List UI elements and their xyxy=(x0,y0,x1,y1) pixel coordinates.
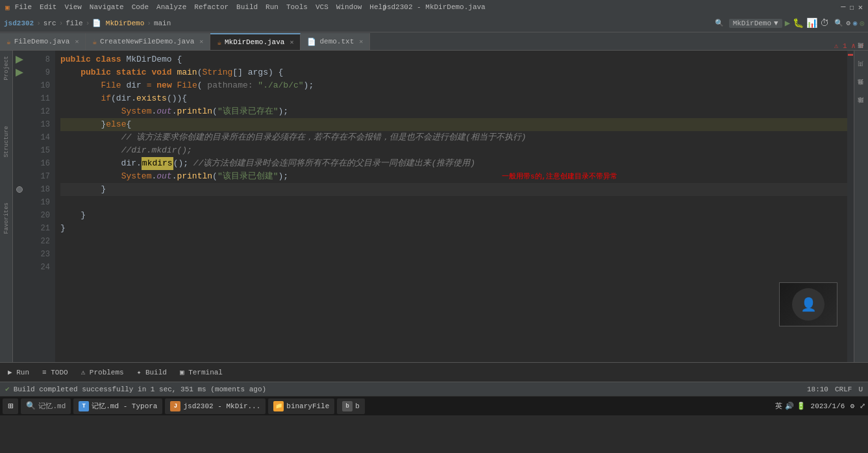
minimize-button[interactable]: — xyxy=(841,3,845,12)
linenum-10: 10 xyxy=(26,79,50,92)
linenum-12: 12 xyxy=(26,105,50,118)
menu-code[interactable]: Code xyxy=(132,3,149,11)
tab-mkdirdemo[interactable]: ☕ MkDirDemo.java ✕ xyxy=(210,33,301,50)
bottom-tab-run[interactable]: ▶ Run xyxy=(5,367,32,378)
tab-mkdirdemo-label: MkDirDemo.java xyxy=(225,38,284,46)
run-config-selector[interactable]: MkDirDemo ▼ xyxy=(729,19,782,28)
binaryfile-label: binaryFile xyxy=(286,402,329,410)
menu-edit[interactable]: Edit xyxy=(40,3,56,11)
bottom-panel: ▶ Run ≡ TODO ⚠ Problems ✦ Build ▣ Termin… xyxy=(0,362,868,382)
tab-filedemo[interactable]: ☕ FileDemo.java ✕ xyxy=(0,33,86,50)
code-line-10: File dir = new File( pathname: "./a/b/c"… xyxy=(60,79,854,92)
toolbar: jsd2302 › src › file › 📄 MkDirDemo › mai… xyxy=(0,14,868,32)
run-config-label: MkDirDemo xyxy=(733,19,771,27)
tab-demotxt-close[interactable]: ✕ xyxy=(359,38,363,45)
structure-panel-label[interactable]: Structure xyxy=(2,123,11,160)
menu-navigate[interactable]: Navigate xyxy=(90,3,124,11)
bottom-tab-todo[interactable]: ≡ TODO xyxy=(40,367,71,378)
menu-file[interactable]: File xyxy=(15,3,32,11)
b-icon: b xyxy=(342,401,353,411)
code-line-13: }else{ xyxy=(60,118,854,131)
line-numbers: 8 9 10 11 12 13 14 15 16 17 18 19 20 21 … xyxy=(26,51,55,362)
expand-icon[interactable]: ⤢ xyxy=(860,402,865,410)
window-controls[interactable]: — ☐ ✕ xyxy=(841,3,863,12)
toolbar-src[interactable]: src xyxy=(43,19,56,27)
gutter-13 xyxy=(13,118,26,131)
taskbar: ⊞ 🔍 记忆.md T 记忆.md - Typora J jsd2302 - M… xyxy=(0,396,868,415)
gutter-18 xyxy=(13,183,26,196)
tab-filedemo-label: FileDemo.java xyxy=(14,38,70,45)
maximize-button[interactable]: ☐ xyxy=(850,3,854,12)
toolbar-extra2-icon[interactable]: ◎ xyxy=(860,19,864,27)
toolbar-extra-icon[interactable]: ◉ xyxy=(853,19,858,27)
right-panel: 周钰琦 周 张旭升 陈乐玮 xyxy=(854,51,868,362)
toolbar-run-button[interactable]: ▶ xyxy=(785,18,790,29)
tab-filedemo-close[interactable]: ✕ xyxy=(75,38,79,45)
toolbar-file[interactable]: file xyxy=(66,19,82,27)
bottom-tab-terminal[interactable]: ▣ Terminal xyxy=(177,367,225,378)
gutter-14 xyxy=(13,131,26,144)
bottom-tab-build[interactable]: ✦ Build xyxy=(134,367,169,378)
menu-run[interactable]: Run xyxy=(266,3,279,11)
taskbar-right: 英 🔊 🔋 2023/1/6 ⚙ ⤢ xyxy=(775,401,865,411)
toolbar-debug-button[interactable]: 🐛 xyxy=(793,18,804,29)
taskbar-binaryfile[interactable]: 📁 binaryFile xyxy=(268,398,334,414)
menu-build[interactable]: Build xyxy=(236,3,258,11)
toolbar-settings-icon[interactable]: ⚙ xyxy=(846,19,850,27)
toolbar-coverage-button[interactable]: 📊 xyxy=(806,18,817,29)
code-line-18: } xyxy=(60,183,854,196)
toolbar-search-icon[interactable]: 🔍 xyxy=(715,19,724,27)
tab-createnewfiledemo[interactable]: ☕ CreateNewFileDemo.java ✕ xyxy=(86,33,210,50)
status-line-ending[interactable]: CRLF xyxy=(835,386,852,393)
menu-vcs[interactable]: VCS xyxy=(316,3,329,11)
menu-view[interactable]: View xyxy=(64,3,81,11)
taskbar-typora[interactable]: T 记忆.md - Typora xyxy=(73,398,162,414)
taskbar-b[interactable]: b b xyxy=(337,398,365,414)
taskbar-datetime: 2023/1/6 xyxy=(811,402,845,410)
toolbar-search2-icon[interactable]: 🔍 xyxy=(834,19,843,27)
menu-refactor[interactable]: Refactor xyxy=(194,3,229,11)
linenum-11: 11 xyxy=(26,92,50,105)
taskbar-start[interactable]: ⊞ xyxy=(3,398,18,414)
toolbar-mkdirdemo[interactable]: 📄 MkDirDemo xyxy=(92,19,144,27)
gutter-11 xyxy=(13,92,26,105)
gutter-16 xyxy=(13,157,26,170)
gutter-8[interactable] xyxy=(13,53,26,66)
code-line-9: public static void main(String[] args) { xyxy=(60,66,854,79)
title-bar-menu[interactable]: File Edit View Navigate Code Analyze Ref… xyxy=(15,3,387,11)
code-line-8: public class MkDirDemo { xyxy=(60,53,854,66)
close-button[interactable]: ✕ xyxy=(858,3,863,12)
toolbar-project[interactable]: jsd2302 xyxy=(4,19,34,27)
settings-icon[interactable]: ⚙ xyxy=(850,402,854,410)
project-panel-label[interactable]: Project xyxy=(2,53,11,83)
code-content[interactable]: public class MkDirDemo { public static v… xyxy=(55,51,854,362)
favorites-panel-label[interactable]: Favorites xyxy=(2,200,11,237)
left-panel: Project Structure Favorites xyxy=(0,51,13,362)
toolbar-profile-button[interactable]: ⏱ xyxy=(820,18,829,29)
tab-createnewfiledemo-close[interactable]: ✕ xyxy=(199,38,203,45)
gutter-21 xyxy=(13,222,26,235)
tab-mkdirdemo-close[interactable]: ✕ xyxy=(290,38,293,46)
gutter-9[interactable] xyxy=(13,66,26,79)
build-status-text: Build completed successfully in 1 sec, 3… xyxy=(14,386,266,393)
code-line-23 xyxy=(60,248,854,261)
toolbar-sep1: › xyxy=(36,19,41,27)
menu-analyze[interactable]: Analyze xyxy=(156,3,186,11)
code-line-19 xyxy=(60,196,854,209)
toolbar-sep4: › xyxy=(147,19,151,27)
tab-demotxt[interactable]: 📄 demo.txt ✕ xyxy=(301,33,370,50)
status-encoding[interactable]: U xyxy=(858,386,863,393)
toolbar-main[interactable]: main xyxy=(154,19,171,27)
taskbar-intellij[interactable]: J jsd2302 - MkDir... xyxy=(165,398,266,414)
gutter-20 xyxy=(13,209,26,222)
taskbar-search[interactable]: 🔍 记忆.md xyxy=(21,398,71,414)
run-config-arrow: ▼ xyxy=(774,19,778,27)
gutter-10 xyxy=(13,79,26,92)
menu-tools[interactable]: Tools xyxy=(286,3,308,11)
intellij-icon: J xyxy=(170,401,180,411)
linenum-14: 14 xyxy=(26,131,50,144)
bottom-tab-problems[interactable]: ⚠ Problems xyxy=(79,367,127,378)
toolbar-sep3: › xyxy=(86,19,90,27)
menu-window[interactable]: Window xyxy=(336,3,362,11)
taskbar-search-label: 记忆.md xyxy=(38,401,66,411)
